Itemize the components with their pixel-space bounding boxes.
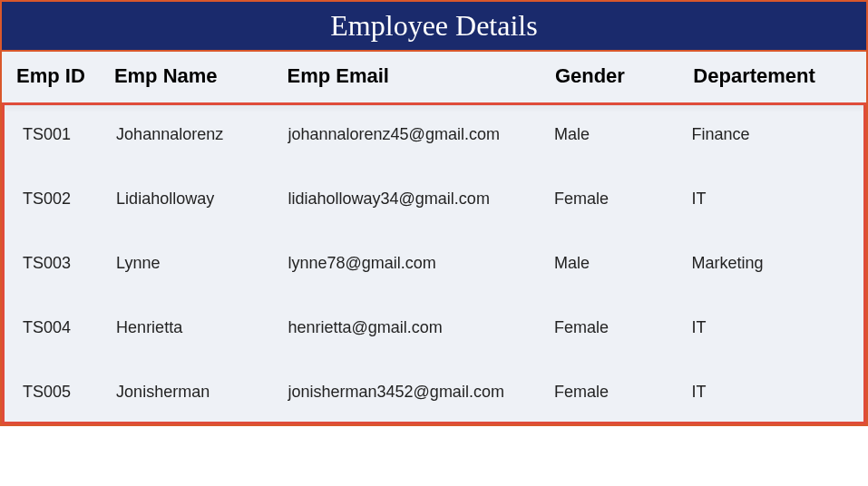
- cell-department: IT: [692, 173, 863, 238]
- cell-gender: Male: [554, 238, 692, 302]
- column-header-emp-id: Emp ID: [2, 51, 114, 102]
- cell-emp-email: lynne78@gmail.com: [288, 238, 555, 302]
- page-title: Employee Details: [2, 2, 866, 50]
- table-row: TS003 Lynne lynne78@gmail.com Male Marke…: [5, 238, 863, 302]
- table-row: TS002 Lidiaholloway lidiaholloway34@gmai…: [5, 173, 863, 238]
- column-header-gender: Gender: [555, 51, 693, 102]
- cell-emp-name: Johannalorenz: [116, 107, 288, 173]
- cell-gender: Female: [554, 173, 692, 238]
- cell-emp-id: TS004: [5, 302, 116, 366]
- cell-emp-id: TS002: [5, 173, 116, 238]
- cell-emp-email: johannalorenz45@gmail.com: [288, 107, 555, 173]
- column-header-department: Departement: [693, 51, 866, 102]
- cell-department: IT: [692, 302, 863, 366]
- cell-emp-id: TS005: [5, 366, 116, 422]
- cell-emp-email: henrietta@gmail.com: [288, 302, 555, 366]
- content-area: Emp ID Emp Name Emp Email Gender Departe…: [2, 50, 866, 424]
- cell-gender: Female: [554, 366, 692, 422]
- table-row: TS005 Jonisherman jonisherman3452@gmail.…: [5, 366, 863, 422]
- employee-table: Emp ID Emp Name Emp Email Gender Departe…: [2, 50, 866, 102]
- cell-gender: Female: [554, 302, 692, 366]
- cell-department: Marketing: [692, 238, 863, 302]
- employee-table-body: TS001 Johannalorenz johannalorenz45@gmai…: [5, 107, 863, 422]
- employee-details-panel: Employee Details Emp ID Emp Name Emp Ema…: [0, 0, 868, 426]
- cell-emp-name: Lynne: [116, 238, 288, 302]
- cell-emp-id: TS003: [5, 238, 116, 302]
- table-row: TS004 Henrietta henrietta@gmail.com Fema…: [5, 302, 863, 366]
- column-header-emp-email: Emp Email: [287, 51, 554, 102]
- table-header-row: Emp ID Emp Name Emp Email Gender Departe…: [2, 51, 866, 102]
- cell-department: Finance: [692, 107, 863, 173]
- cell-department: IT: [692, 366, 863, 422]
- cell-emp-email: lidiaholloway34@gmail.com: [288, 173, 555, 238]
- cell-emp-email: jonisherman3452@gmail.com: [288, 366, 555, 422]
- cell-emp-name: Lidiaholloway: [116, 173, 288, 238]
- table-body-frame: TS001 Johannalorenz johannalorenz45@gmai…: [2, 102, 866, 424]
- cell-emp-name: Henrietta: [116, 302, 288, 366]
- column-header-emp-name: Emp Name: [114, 51, 288, 102]
- cell-gender: Male: [554, 107, 692, 173]
- cell-emp-id: TS001: [5, 107, 116, 173]
- table-row: TS001 Johannalorenz johannalorenz45@gmai…: [5, 107, 863, 173]
- cell-emp-name: Jonisherman: [116, 366, 288, 422]
